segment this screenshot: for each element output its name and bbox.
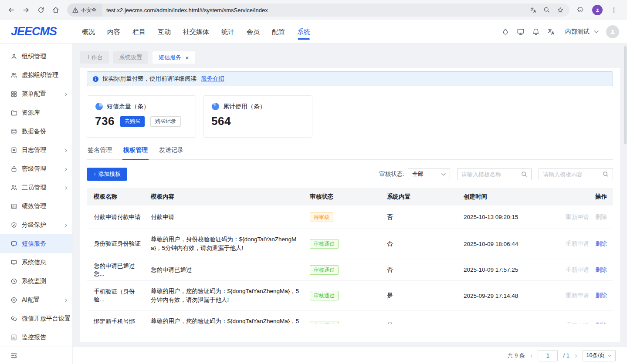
sidebar-item-menu-config[interactable]: 菜单配置› bbox=[0, 84, 72, 103]
nav-content[interactable]: 内容 bbox=[107, 20, 120, 44]
scrollbar[interactable] bbox=[624, 46, 627, 144]
nav-overview[interactable]: 概况 bbox=[82, 20, 95, 44]
sidebar-item-ai-config[interactable]: AIAI配置› bbox=[0, 290, 72, 309]
template-name: 手机验证（身份验... bbox=[87, 288, 144, 303]
ink-drop-icon[interactable] bbox=[502, 28, 509, 36]
sidebar-item-log-management[interactable]: 日志管理› bbox=[0, 141, 72, 159]
address-bar[interactable]: 不安全 test.x2.jeecms.com/admin/index.html#… bbox=[67, 3, 569, 17]
template-name-search-input[interactable] bbox=[461, 171, 519, 178]
jeecms-logo[interactable]: JEECMS bbox=[11, 25, 57, 38]
add-template-button[interactable]: + 添加模板 bbox=[87, 168, 127, 181]
buy-button[interactable]: 去购买 bbox=[120, 116, 145, 127]
monitor-report-icon bbox=[10, 334, 17, 341]
sidebar-item-grade-protection[interactable]: 分级保护› bbox=[0, 216, 72, 234]
sidebar-item-label: 数据备份 bbox=[22, 128, 46, 135]
site-switcher[interactable]: 内部测试 bbox=[565, 28, 599, 36]
wechat-platform-icon bbox=[10, 315, 17, 322]
forward-button[interactable] bbox=[19, 3, 33, 17]
system-info-icon bbox=[10, 259, 17, 266]
collapse-sidebar-icon[interactable] bbox=[10, 352, 17, 359]
zoom-icon[interactable] bbox=[543, 7, 550, 13]
sidebar-item-wechat-platform[interactable]: 微信开放平台设置 bbox=[0, 309, 72, 328]
delete-link[interactable]: 删除 bbox=[595, 213, 607, 221]
nav-system[interactable]: 系统 bbox=[297, 20, 310, 44]
reapply-link[interactable]: 重新申请 bbox=[566, 213, 589, 221]
home-button[interactable] bbox=[49, 3, 63, 17]
page-size-select[interactable]: 10条/页 bbox=[583, 350, 616, 361]
url-text[interactable]: test.x2.jeecms.com/admin/index.html#/sys… bbox=[106, 7, 530, 13]
sms-used-card: 累计使用（条） 564 bbox=[203, 95, 312, 138]
column-header: 创建时间 bbox=[457, 193, 562, 201]
sms-balance-card: 短信余量（条） 736 去购买 购买记录 bbox=[87, 95, 196, 138]
nav-social-media[interactable]: 社交媒体 bbox=[183, 20, 209, 44]
tab-template-management[interactable]: 模板管理 bbox=[122, 146, 149, 159]
sidebar-item-org[interactable]: 组织管理 bbox=[0, 47, 72, 66]
extensions-icon[interactable] bbox=[574, 3, 588, 17]
prev-page-icon[interactable]: ‹ bbox=[530, 352, 533, 359]
delete-link[interactable]: 删除 bbox=[595, 292, 607, 300]
sidebar-footer bbox=[0, 347, 72, 364]
reapply-link[interactable]: 重新申请 bbox=[566, 322, 589, 324]
nav-columns[interactable]: 栏目 bbox=[132, 20, 146, 44]
monitor-icon[interactable] bbox=[517, 28, 525, 36]
bookmark-star-icon[interactable] bbox=[557, 7, 564, 13]
search-icon[interactable] bbox=[521, 171, 527, 177]
security-label: 不安全 bbox=[81, 7, 97, 14]
service-intro-link[interactable]: 服务介绍 bbox=[201, 75, 224, 83]
template-content: 尊敬的用户，您的验证码为：${dongTaiYanZhengMa}，5分钟内有效… bbox=[144, 287, 303, 304]
sidebar-item-system-info[interactable]: 系统信息 bbox=[0, 253, 72, 272]
sms-service-icon bbox=[10, 240, 17, 247]
billing-alert: 按实际用量付费，使用前请详细阅读 服务介绍 bbox=[87, 71, 613, 86]
system-monitor-icon bbox=[10, 278, 17, 285]
reapply-link[interactable]: 重新申请 bbox=[566, 292, 589, 300]
nav-statistics[interactable]: 统计 bbox=[221, 20, 234, 44]
sidebar-item-label: 虚拟组织管理 bbox=[22, 71, 58, 79]
sidebar-item-monitor-report[interactable]: 监控报告 bbox=[0, 328, 72, 347]
tab-send-records[interactable]: 发送记录 bbox=[158, 146, 184, 159]
sidebar-item-system-monitor[interactable]: 系统监测 bbox=[0, 272, 72, 290]
chevron-down-icon bbox=[594, 30, 599, 34]
purchase-history-button[interactable]: 购买记录 bbox=[150, 116, 181, 127]
sidebar-item-security-level[interactable]: 密级管理› bbox=[0, 159, 72, 178]
browser-menu-icon[interactable] bbox=[607, 3, 621, 17]
sidebar-item-performance[interactable]: 绩效管理 bbox=[0, 197, 72, 216]
tab-close-icon[interactable]: × bbox=[185, 54, 189, 61]
language-switch-icon[interactable] bbox=[547, 28, 555, 36]
user-avatar[interactable] bbox=[606, 25, 619, 38]
sms-service-panel: 按实际用量付费，使用前请详细阅读 服务介绍 短信余量（条） 736 去购买 购买… bbox=[80, 68, 620, 342]
tab-signature-management[interactable]: 签名管理 bbox=[87, 146, 113, 159]
search-icon[interactable] bbox=[603, 171, 609, 177]
reapply-link[interactable]: 重新申请 bbox=[566, 266, 589, 274]
sidebar-item-three-admin[interactable]: 三员管理› bbox=[0, 178, 72, 197]
delete-link[interactable]: 删除 bbox=[595, 240, 607, 248]
review-status-select[interactable]: 全部 bbox=[408, 168, 450, 180]
template-content-search-input[interactable] bbox=[543, 171, 600, 178]
back-button[interactable] bbox=[4, 3, 18, 17]
security-chip[interactable]: 不安全 bbox=[67, 3, 102, 17]
next-page-icon[interactable]: › bbox=[575, 352, 577, 359]
three-admin-icon bbox=[10, 184, 17, 191]
sidebar-item-virtual-org[interactable]: 虚拟组织管理 bbox=[0, 66, 72, 84]
refresh-button[interactable] bbox=[34, 3, 48, 17]
builtin-flag: 否 bbox=[380, 240, 457, 248]
page-number-input[interactable] bbox=[538, 350, 558, 361]
delete-link[interactable]: 删除 bbox=[595, 266, 607, 274]
tab-sms-service[interactable]: 短信服务× bbox=[153, 51, 195, 64]
delete-link[interactable]: 删除 bbox=[595, 322, 607, 324]
translate-page-icon[interactable] bbox=[530, 7, 537, 13]
data-backup-icon bbox=[10, 128, 17, 135]
notification-bell-icon[interactable] bbox=[532, 28, 540, 36]
tab-workbench[interactable]: 工作台 bbox=[80, 51, 109, 64]
nav-config[interactable]: 配置 bbox=[272, 20, 285, 44]
sidebar-item-data-backup[interactable]: 数据备份 bbox=[0, 122, 72, 141]
sidebar-item-sms-service[interactable]: 短信服务 bbox=[0, 234, 72, 253]
nav-interaction[interactable]: 互动 bbox=[158, 20, 171, 44]
status-badge: 待审核 bbox=[310, 212, 333, 222]
sidebar-item-resource-library[interactable]: 资源库 bbox=[0, 103, 72, 122]
reapply-link[interactable]: 重新申请 bbox=[566, 240, 589, 248]
browser-profile-avatar[interactable] bbox=[592, 5, 603, 15]
nav-members[interactable]: 会员 bbox=[247, 20, 260, 44]
tab-system-settings[interactable]: 系统设置 bbox=[113, 51, 148, 64]
performance-icon bbox=[10, 203, 17, 210]
table-row: 付款申请付款申请 付款申请 待审核 否 2025-10-13 09:20:15 … bbox=[87, 206, 613, 229]
